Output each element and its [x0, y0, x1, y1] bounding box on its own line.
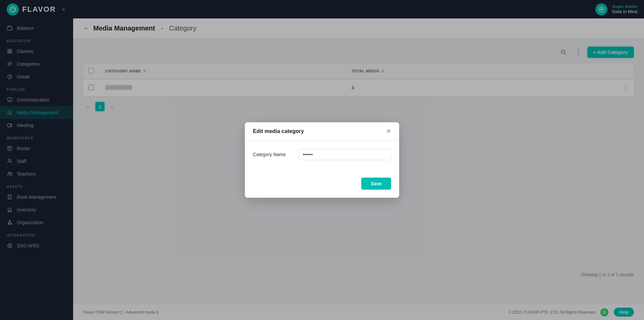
category-name-input[interactable] [299, 149, 391, 160]
modal-title: Edit media category [253, 128, 304, 134]
modal-close-button[interactable]: ✕ [386, 128, 391, 134]
modal-header: Edit media category ✕ [245, 122, 399, 141]
category-name-label: Category Name [253, 152, 293, 157]
category-name-field-row: Category Name [253, 149, 391, 160]
modal-body: Category Name [245, 141, 399, 175]
modal-footer: Save [245, 175, 399, 198]
modal-overlay: Edit media category ✕ Category Name Save [0, 0, 644, 320]
edit-media-category-modal: Edit media category ✕ Category Name Save [245, 122, 399, 198]
save-button[interactable]: Save [361, 178, 391, 190]
